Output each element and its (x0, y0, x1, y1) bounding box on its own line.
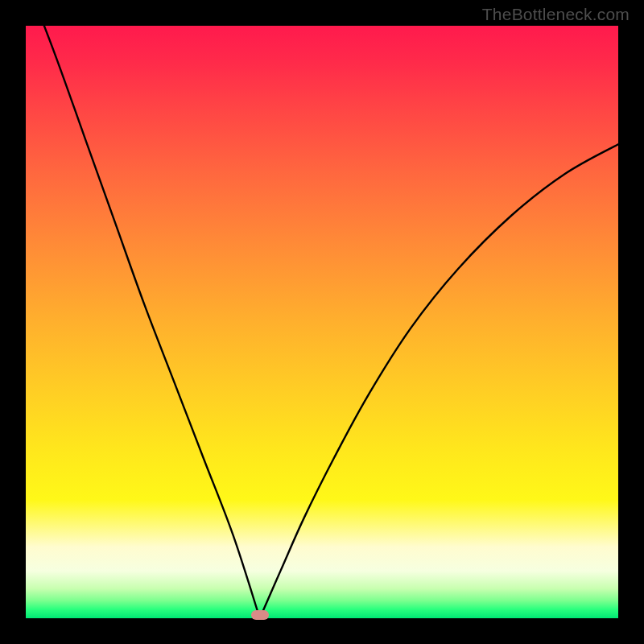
watermark-text: TheBottleneck.com (482, 5, 630, 24)
chart-frame: TheBottleneck.com (0, 0, 644, 644)
curve-left-branch (26, 0, 260, 618)
bottleneck-curve (26, 26, 618, 618)
optimum-marker (251, 610, 269, 620)
plot-area (26, 26, 618, 618)
curve-right-branch (260, 144, 618, 618)
